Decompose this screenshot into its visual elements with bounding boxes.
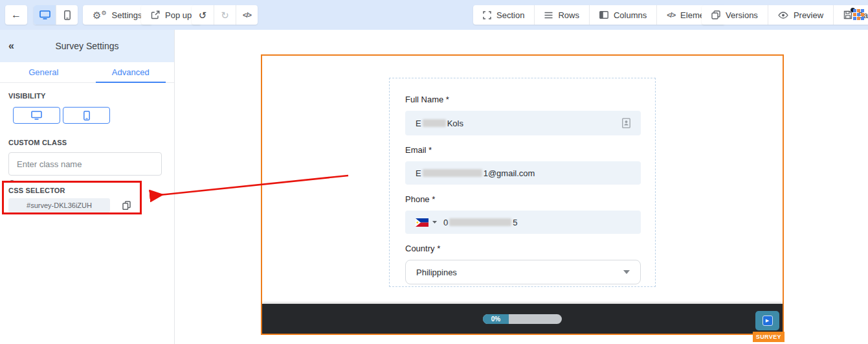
settings-tabs: General Advanced <box>0 62 174 83</box>
rows-label: Rows <box>558 10 579 20</box>
philippines-flag-icon <box>416 218 428 227</box>
survey-footer-bar: 0% ▶ <box>262 304 783 334</box>
phone-input[interactable]: 0 5 <box>405 211 641 234</box>
redacted-text <box>423 119 446 127</box>
preview-button[interactable]: Preview <box>768 5 833 25</box>
structure-group: Section Rows Columns </> Elements <box>473 5 725 25</box>
back-icon: ← <box>11 10 21 20</box>
visibility-mobile-button[interactable] <box>63 107 110 124</box>
columns-icon <box>599 11 608 19</box>
full-name-input[interactable]: E Kols <box>405 111 641 135</box>
apps-grid-icon[interactable] <box>853 9 865 21</box>
country-select[interactable]: Philippines <box>405 260 641 284</box>
copy-icon <box>122 201 131 210</box>
gears-icon: ⚙⚙ <box>93 10 107 20</box>
section-button[interactable]: Section <box>473 5 534 25</box>
mobile-icon <box>64 10 71 20</box>
section-icon <box>483 11 491 19</box>
tab-advanced[interactable]: Advanced <box>87 62 175 82</box>
top-toolbar: ← ⚙⚙ Settings Po <box>0 0 868 30</box>
rows-button[interactable]: Rows <box>534 5 589 25</box>
versions-button[interactable]: Versions <box>702 5 768 25</box>
versions-icon <box>711 10 720 19</box>
collapse-panel-icon[interactable]: « <box>8 40 14 52</box>
device-desktop-button[interactable] <box>34 5 56 25</box>
chevron-down-icon <box>623 270 630 274</box>
section-label: Section <box>496 10 524 20</box>
field-value: E <box>416 168 421 178</box>
copy-button[interactable] <box>122 201 131 210</box>
open-in-new-icon <box>151 10 160 19</box>
visibility-label: VISIBILITY <box>8 92 174 100</box>
field-label: Full Name * <box>405 95 640 104</box>
survey-widget-badge: SURVEY <box>753 332 785 342</box>
eye-icon <box>778 12 788 19</box>
settings-label: Settings <box>112 10 142 20</box>
field-value: 0 <box>443 218 448 227</box>
field-label: Country * <box>405 244 640 253</box>
survey-launcher-button[interactable]: ▶ <box>755 311 779 330</box>
device-mobile-button[interactable] <box>56 5 78 25</box>
field-value: E <box>416 119 421 128</box>
back-button-group: ← <box>5 5 27 25</box>
custom-class-label: CUSTOM CLASS <box>8 139 174 146</box>
redo-button[interactable]: ↻ <box>214 5 236 25</box>
visibility-toggle <box>13 107 174 124</box>
canvas-area: Full Name * E Kols Email * E 1@gmail <box>175 30 868 344</box>
custom-class-input[interactable] <box>8 152 162 176</box>
preview-label: Preview <box>794 10 823 20</box>
chevron-down-icon <box>432 221 437 224</box>
tab-general[interactable]: General <box>0 62 87 82</box>
redacted-text <box>449 218 511 226</box>
elements-icon: </> <box>667 11 675 19</box>
desktop-icon <box>31 111 42 120</box>
css-selector-value: #survey-DKL36iZUH <box>8 198 110 212</box>
css-selector-label: CSS SELECTOR <box>8 187 135 194</box>
mobile-icon <box>83 111 90 120</box>
email-input[interactable]: E 1@gmail.com <box>405 161 641 185</box>
rows-icon <box>544 12 553 19</box>
field-value: 5 <box>513 218 517 227</box>
back-button[interactable]: ← <box>5 5 27 25</box>
visibility-desktop-button[interactable] <box>13 107 60 124</box>
progress-bar: 0% <box>483 314 562 324</box>
progress-value: 0% <box>483 314 509 324</box>
custom-code-button[interactable]: </> <box>236 5 258 25</box>
undo-icon: ↺ <box>199 10 207 20</box>
field-value: Kols <box>447 119 463 128</box>
survey-form: Full Name * E Kols Email * E 1@gmail <box>389 78 656 287</box>
selected-country: Philippines <box>416 268 457 277</box>
columns-button[interactable]: Columns <box>589 5 656 25</box>
popup-label: Pop up <box>165 10 192 20</box>
code-icon: </> <box>243 11 251 19</box>
panel-title: Survey Settings <box>0 41 174 51</box>
country-code-selector[interactable] <box>416 218 437 227</box>
history-group: ↺ ↻ </> <box>192 5 258 25</box>
actions-group: Versions Preview Save <box>702 5 868 25</box>
redo-icon: ↻ <box>221 10 229 20</box>
field-label: Email * <box>405 145 640 155</box>
device-toggle-group <box>34 5 78 25</box>
columns-label: Columns <box>614 10 647 20</box>
survey-settings-panel: « Survey Settings General Advanced VISIB… <box>0 30 175 344</box>
undo-button[interactable]: ↺ <box>192 5 214 25</box>
css-selector-highlight-box: CSS SELECTOR #survey-DKL36iZUH <box>2 181 142 214</box>
play-icon: ▶ <box>762 315 773 326</box>
survey-selection-frame[interactable]: Full Name * E Kols Email * E 1@gmail <box>261 54 784 335</box>
panel-header: « Survey Settings <box>0 30 174 62</box>
desktop-icon <box>39 10 50 19</box>
versions-label: Versions <box>726 10 758 20</box>
field-label: Phone * <box>405 194 640 204</box>
field-value: 1@gmail.com <box>484 168 535 178</box>
autofill-contact-icon[interactable] <box>622 118 630 128</box>
redacted-text <box>423 169 482 177</box>
